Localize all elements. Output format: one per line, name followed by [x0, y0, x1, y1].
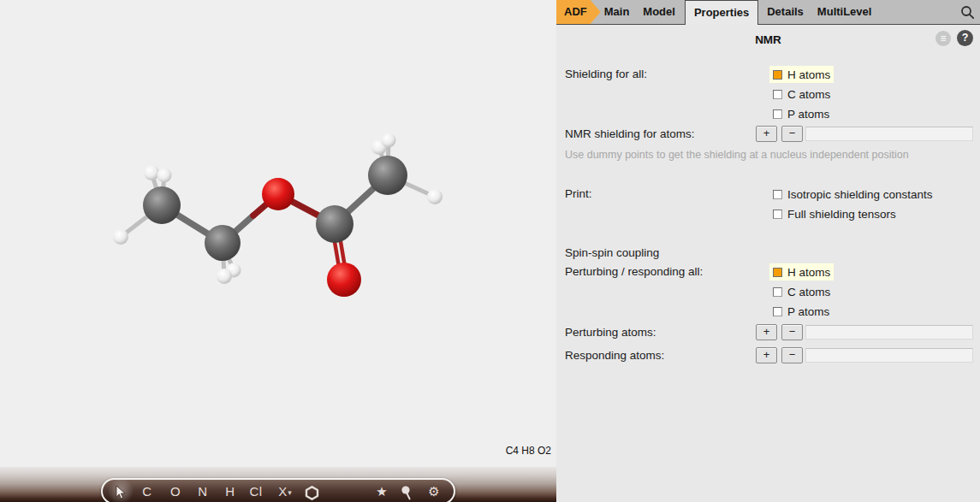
checkbox-row-perturbing-p-atoms[interactable]: P atoms: [769, 303, 833, 320]
checkbox-unchecked-icon: [773, 190, 782, 199]
atom-c[interactable]: [368, 156, 407, 195]
help-button[interactable]: ?: [957, 30, 973, 46]
checkbox-label: Isotropic shielding constants: [787, 188, 933, 201]
perturbing-atoms-field[interactable]: [805, 325, 973, 340]
remove-shielding-atom-button[interactable]: −: [781, 126, 803, 142]
search-button[interactable]: [954, 0, 980, 24]
atom-c[interactable]: [143, 186, 181, 224]
checkbox-label: P atoms: [787, 305, 829, 318]
tab-bar: ADF Main Model Properties Details MultiL…: [556, 0, 980, 25]
atom-h[interactable]: [113, 229, 128, 245]
checkbox-unchecked-icon: [773, 109, 782, 119]
checkbox-label: Full shielding tensors: [787, 208, 896, 221]
molecule-render[interactable]: [0, 0, 556, 467]
tab-main[interactable]: Main: [597, 0, 637, 24]
checkbox-unchecked-icon: [773, 307, 782, 316]
checkbox-unchecked-icon: [773, 287, 782, 297]
cursor-icon: [115, 486, 127, 499]
checkbox-row-isotropic-shielding[interactable]: Isotropic shielding constants: [769, 186, 936, 203]
atom-o[interactable]: [327, 263, 361, 297]
spin-spin-coupling-heading: Spin-spin coupling: [565, 245, 659, 262]
atom-h[interactable]: [157, 168, 172, 183]
chevron-down-icon: ▾: [288, 488, 292, 497]
tab-details[interactable]: Details: [760, 0, 811, 24]
checkbox-label: H atoms: [787, 68, 830, 81]
gear-icon: ⚙: [428, 484, 439, 499]
tabbar-spacer: [878, 0, 954, 24]
checkbox-unchecked-icon: [773, 210, 782, 219]
search-icon: [960, 5, 975, 20]
ring-tool-button[interactable]: [300, 480, 323, 502]
atom-c[interactable]: [316, 205, 353, 243]
tab-adf[interactable]: ADF: [556, 0, 601, 24]
checkbox-row-perturbing-h-atoms[interactable]: H atoms: [769, 263, 834, 281]
cursor-tool-button[interactable]: [110, 480, 132, 502]
hexagon-ring-icon: [305, 486, 319, 500]
responding-atoms-label: Responding atoms:: [565, 347, 664, 364]
element-button-h[interactable]: H: [219, 480, 241, 502]
settings-tool-button[interactable]: ⚙: [423, 480, 445, 502]
checkbox-row-full-shielding-tensors[interactable]: Full shielding tensors: [769, 205, 900, 222]
perturbing-atoms-label: Perturbing atoms:: [565, 324, 656, 341]
add-responding-atom-button[interactable]: +: [756, 347, 777, 363]
element-button-c[interactable]: C: [136, 480, 158, 502]
adf-input-window: C4 H8 O2 C O N H Cl X▾: [0, 0, 980, 502]
checkbox-label: H atoms: [787, 266, 830, 279]
balloon-icon: [401, 486, 413, 500]
atom-h[interactable]: [144, 165, 159, 180]
panel-title: NMR: [556, 33, 980, 46]
nmr-shielding-for-atoms-label: NMR shielding for atoms:: [565, 126, 695, 143]
responding-atoms-field[interactable]: [805, 348, 973, 363]
properties-panel: ADF Main Model Properties Details MultiL…: [556, 0, 980, 502]
checkbox-label: P atoms: [787, 108, 829, 121]
viewer-toolbar-strip: C O N H Cl X▾ ★: [0, 467, 556, 502]
star-icon: ★: [376, 484, 387, 499]
balloon-tool-button[interactable]: [395, 480, 418, 502]
atom-c[interactable]: [205, 225, 241, 261]
add-perturbing-atom-button[interactable]: +: [756, 324, 777, 340]
atom-h[interactable]: [217, 269, 232, 284]
perturbing-responding-all-label: Perturbing / responding all:: [565, 263, 703, 281]
checkbox-row-perturbing-c-atoms[interactable]: C atoms: [769, 283, 834, 300]
viewer-toolbar: C O N H Cl X▾ ★: [101, 478, 455, 502]
checkbox-checked-icon: [773, 268, 782, 277]
molecule-viewport[interactable]: C4 H8 O2 C O N H Cl X▾: [0, 0, 556, 502]
shielding-for-all-label: Shielding for all:: [565, 66, 647, 83]
atom-h[interactable]: [427, 189, 442, 204]
add-shielding-atom-button[interactable]: +: [756, 126, 777, 142]
molecule-formula-label: C4 H8 O2: [506, 445, 551, 457]
atom-o[interactable]: [262, 178, 294, 210]
dummy-points-hint: Use dummy points to get the shielding at…: [565, 149, 909, 161]
checkbox-row-shielding-c-atoms[interactable]: C atoms: [769, 86, 834, 103]
checkbox-checked-icon: [773, 70, 782, 80]
atom-h[interactable]: [382, 133, 396, 148]
checkbox-label: C atoms: [787, 88, 830, 101]
structures-tool-button[interactable]: ★: [371, 480, 393, 502]
element-picker-button[interactable]: X▾: [270, 480, 300, 502]
tab-properties[interactable]: Properties: [685, 0, 758, 25]
tab-model[interactable]: Model: [636, 0, 682, 24]
element-button-cl[interactable]: Cl: [245, 480, 267, 502]
nmr-shielding-atoms-field[interactable]: [805, 127, 973, 141]
checkbox-row-shielding-p-atoms[interactable]: P atoms: [769, 105, 833, 122]
help-icon: ?: [962, 32, 969, 44]
checkbox-label: C atoms: [787, 286, 830, 298]
element-button-o[interactable]: O: [164, 480, 187, 502]
element-button-n[interactable]: N: [192, 480, 214, 502]
print-label: Print:: [565, 186, 592, 203]
checkbox-unchecked-icon: [773, 90, 782, 99]
checkbox-row-shielding-h-atoms[interactable]: H atoms: [769, 66, 834, 83]
menu-icon: ≡: [940, 32, 946, 44]
element-picker-label: X: [278, 484, 287, 499]
remove-perturbing-atom-button[interactable]: −: [781, 324, 803, 340]
remove-responding-atom-button[interactable]: −: [781, 347, 803, 363]
tab-multilevel[interactable]: MultiLevel: [811, 0, 879, 24]
panel-menu-button[interactable]: ≡: [935, 31, 951, 46]
